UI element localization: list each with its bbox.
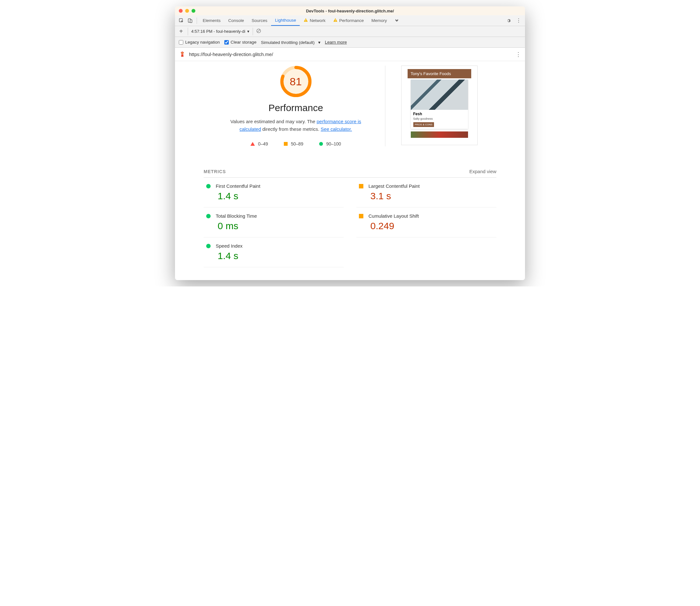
metric-status-icon — [206, 184, 211, 188]
new-report-button[interactable]: + — [177, 28, 185, 35]
metrics-section: METRICS Expand view First Contentful Pai… — [203, 169, 497, 267]
report-url-bar: https://foul-heavenly-direction.glitch.m… — [175, 48, 525, 61]
square-orange-icon — [284, 142, 288, 146]
svg-rect-5 — [335, 19, 335, 20]
settings-icon[interactable] — [504, 16, 513, 25]
circle-green-icon — [319, 142, 323, 146]
legend-average: 50–89 — [284, 141, 303, 146]
tabs-container: ElementsConsoleSourcesLighthouseNetworkP… — [199, 15, 391, 26]
tab-label: Memory — [371, 18, 387, 23]
tab-memory[interactable]: Memory — [367, 15, 391, 26]
window-titlebar: DevTools - foul-heavenly-direction.glitc… — [175, 6, 525, 15]
more-options-icon[interactable]: ⋮ — [514, 16, 523, 25]
preview-card-image — [411, 79, 468, 110]
metric-status-icon — [359, 184, 363, 188]
metrics-grid: First Contentful Paint1.4 sLargest Conte… — [203, 178, 497, 267]
lighthouse-report: 81 Performance Values are estimated and … — [175, 61, 525, 280]
device-toolbar-icon[interactable] — [186, 16, 195, 25]
more-tabs-button[interactable] — [391, 15, 403, 26]
tab-label: Elements — [203, 18, 220, 23]
report-url: https://foul-heavenly-direction.glitch.m… — [189, 51, 273, 57]
throttling-label: Simulated throttling (default) — [261, 40, 315, 45]
lighthouse-secondary-bar: + 4:57:16 PM - foul-heavenly-di ▾ — [175, 26, 525, 37]
metric-name: Largest Contentful Paint — [368, 183, 420, 189]
legend-average-label: 50–89 — [291, 141, 303, 146]
svg-line-8 — [258, 30, 260, 32]
metric-name: Cumulative Layout Shift — [368, 213, 419, 219]
metric-status-icon — [206, 244, 211, 248]
lighthouse-icon — [179, 51, 186, 58]
metric-item[interactable]: Total Blocking Time0 ms — [203, 208, 344, 237]
preview-second-card — [411, 132, 468, 138]
dropdown-caret-icon: ▾ — [247, 29, 249, 34]
tab-performance[interactable]: Performance — [329, 15, 367, 26]
metrics-title: METRICS — [203, 169, 226, 174]
warning-icon — [304, 18, 308, 23]
triangle-red-icon — [250, 142, 255, 146]
tabbar-divider — [197, 18, 197, 24]
metric-name: First Contentful Paint — [216, 183, 260, 189]
clear-icon[interactable] — [256, 28, 261, 35]
legend-fail-label: 0–49 — [258, 141, 268, 146]
metric-name: Speed Index — [216, 243, 242, 249]
tab-label: Console — [228, 18, 244, 23]
window-title: DevTools - foul-heavenly-direction.glitc… — [175, 8, 525, 14]
metric-item[interactable]: First Contentful Paint1.4 s — [203, 178, 344, 208]
tab-label: Performance — [339, 18, 364, 23]
report-label: 4:57:16 PM - foul-heavenly-di — [191, 29, 245, 34]
tab-sources[interactable]: Sources — [248, 15, 271, 26]
legacy-navigation-label: Legacy navigation — [185, 40, 220, 45]
desc-text-2: directly from these metrics. — [261, 126, 321, 132]
report-menu-icon[interactable]: ⋮ — [515, 51, 521, 58]
legend-fail: 0–49 — [250, 141, 268, 146]
preview-card-name: Fesh — [413, 112, 465, 116]
desc-text: Values are estimated and may vary. The — [231, 119, 317, 124]
tab-label: Sources — [252, 18, 268, 23]
metric-item[interactable]: Largest Contentful Paint3.1 s — [356, 178, 497, 208]
svg-rect-2 — [190, 20, 192, 23]
legacy-navigation-checkbox[interactable]: Legacy navigation — [179, 40, 220, 45]
metric-status-icon — [206, 214, 211, 218]
tab-console[interactable]: Console — [224, 15, 248, 26]
see-calculator-link[interactable]: See calculator. — [321, 126, 352, 132]
throttling-selector[interactable]: Simulated throttling (default) ▾ — [261, 40, 320, 45]
metric-item[interactable]: Cumulative Layout Shift0.249 — [356, 208, 497, 237]
clear-storage-label: Clear storage — [231, 40, 257, 45]
svg-rect-9 — [182, 52, 183, 53]
tab-lighthouse[interactable]: Lighthouse — [271, 15, 300, 26]
learn-more-link[interactable]: Learn more — [325, 40, 347, 45]
clear-storage-input[interactable] — [224, 40, 229, 45]
devtools-window: DevTools - foul-heavenly-direction.glitc… — [175, 6, 525, 280]
warning-icon — [333, 18, 338, 23]
lighthouse-options-bar: Legacy navigation Clear storage Simulate… — [175, 37, 525, 48]
clear-storage-checkbox[interactable]: Clear storage — [224, 40, 257, 45]
svg-rect-3 — [306, 19, 306, 20]
performance-score: 81 — [280, 66, 312, 97]
legend-pass: 90–100 — [319, 141, 341, 146]
performance-title: Performance — [223, 102, 369, 113]
preview-card: Fesh Salty goodness PROS & CONS — [411, 79, 468, 129]
preview-site-header: Tony's Favorite Foods — [408, 69, 471, 78]
tab-network[interactable]: Network — [300, 15, 329, 26]
metric-value: 1.4 s — [218, 251, 344, 261]
inspect-icon[interactable] — [177, 16, 186, 25]
metric-name: Total Blocking Time — [216, 213, 257, 219]
metric-value: 0 ms — [218, 220, 344, 231]
tab-label: Lighthouse — [275, 18, 296, 23]
metric-value: 0.249 — [370, 220, 497, 231]
metric-status-icon — [359, 214, 363, 218]
legend-pass-label: 90–100 — [326, 141, 341, 146]
tab-label: Network — [310, 18, 325, 23]
legacy-navigation-input[interactable] — [179, 40, 183, 45]
column-divider — [385, 66, 385, 146]
performance-gauge[interactable]: 81 — [280, 66, 312, 97]
metric-item[interactable]: Speed Index1.4 s — [203, 237, 344, 267]
page-screenshot-preview: Tony's Favorite Foods Fesh Salty goodnes… — [401, 66, 478, 145]
report-selector[interactable]: 4:57:16 PM - foul-heavenly-di ▾ — [188, 28, 253, 35]
tab-elements[interactable]: Elements — [199, 15, 224, 26]
preview-card-subtitle: Salty goodness — [413, 117, 465, 120]
expand-view-button[interactable]: Expand view — [469, 169, 497, 174]
score-legend: 0–49 50–89 90–100 — [223, 141, 369, 146]
performance-summary: 81 Performance Values are estimated and … — [223, 66, 369, 146]
metric-value: 1.4 s — [218, 191, 344, 202]
